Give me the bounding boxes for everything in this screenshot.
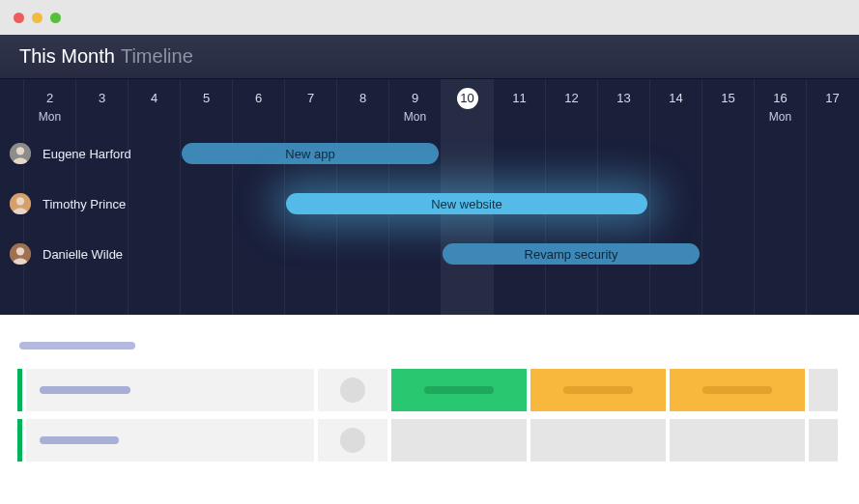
person-name: Danielle Wilde [43, 247, 123, 262]
status-cell[interactable] [809, 369, 838, 411]
svg-point-5 [16, 197, 24, 205]
day-number: 5 [181, 91, 232, 105]
person-placeholder-icon [340, 428, 365, 453]
day-number: 2 [24, 91, 75, 105]
status-cell[interactable] [670, 419, 805, 462]
avatar[interactable] [10, 193, 31, 214]
status-cell[interactable] [530, 419, 666, 462]
day-number: 14 [650, 91, 702, 105]
person-placeholder-icon [340, 378, 365, 403]
status-cell[interactable] [530, 369, 666, 411]
day-number: 16 [755, 91, 806, 105]
status-cell[interactable] [391, 369, 527, 411]
task-bar[interactable]: New website [286, 193, 647, 214]
task-bar[interactable]: Revamp security [443, 243, 700, 265]
task-bar[interactable]: New app [182, 143, 439, 164]
timeline-header: This Month Timeline [0, 35, 859, 79]
day-number: 15 [702, 91, 754, 105]
timeline-body: 2Mon3456789Mon10111213141516Mon17 Eugene… [0, 79, 859, 315]
person-name: Eugene Harford [43, 147, 131, 161]
status-cell[interactable] [670, 369, 805, 411]
window-chrome [0, 0, 859, 35]
row-title-placeholder [40, 436, 119, 444]
close-window-button[interactable] [14, 13, 24, 23]
svg-point-2 [16, 147, 24, 154]
day-number: 8 [337, 91, 388, 105]
board-grid [0, 315, 859, 462]
people-cell[interactable] [318, 419, 387, 462]
person-row: Danielle Wilde [0, 230, 859, 278]
avatar[interactable] [10, 143, 31, 164]
day-weekday-label: Mon [755, 110, 806, 124]
row-accent [17, 419, 22, 462]
group-header[interactable] [17, 334, 842, 357]
board-row[interactable] [17, 369, 842, 411]
day-number: 11 [494, 91, 545, 105]
status-label-placeholder [563, 386, 633, 394]
svg-point-8 [16, 247, 24, 255]
page-title: This Month [19, 45, 115, 68]
group-title-placeholder [19, 342, 135, 350]
status-label-placeholder [424, 386, 494, 394]
day-weekday-label: Mon [389, 110, 441, 124]
day-weekday-label: Mon [24, 110, 75, 124]
row-accent [17, 369, 22, 411]
day-number: 9 [389, 91, 441, 105]
board-row[interactable] [17, 419, 842, 462]
people-cell[interactable] [318, 369, 387, 411]
person-name: Timothy Prince [43, 197, 126, 211]
day-number: 4 [129, 91, 180, 105]
status-label-placeholder [702, 386, 772, 394]
status-cell[interactable] [809, 419, 838, 462]
day-number: 13 [598, 91, 649, 105]
avatar[interactable] [10, 243, 31, 265]
timeline-app: This Month Timeline 2Mon3456789Mon101112… [0, 35, 859, 315]
row-title-cell[interactable] [26, 419, 314, 462]
day-number: 6 [233, 91, 284, 105]
day-number: 12 [546, 91, 597, 105]
row-title-cell[interactable] [26, 369, 314, 411]
day-number: 7 [285, 91, 336, 105]
row-title-placeholder [40, 386, 130, 394]
minimize-window-button[interactable] [32, 13, 43, 23]
day-number: 10 [442, 91, 493, 105]
day-number: 17 [807, 91, 858, 105]
maximize-window-button[interactable] [50, 13, 61, 23]
status-cell[interactable] [391, 419, 527, 462]
day-number: 3 [76, 91, 128, 105]
page-subtitle: Timeline [121, 45, 193, 68]
